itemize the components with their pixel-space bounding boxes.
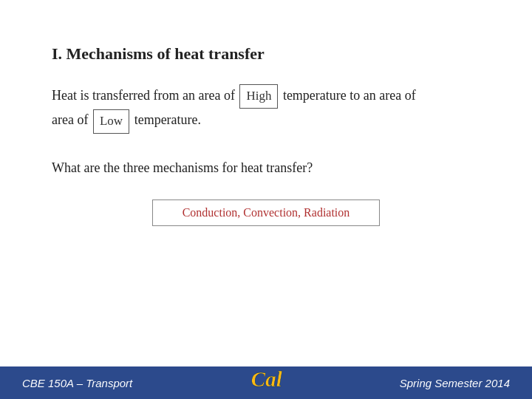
answer-box: Conduction, Convection, Radiation xyxy=(152,200,381,226)
answer-box-container: Conduction, Convection, Radiation xyxy=(52,200,480,226)
area-of-label: area of xyxy=(52,112,92,127)
low-temperature-box: Low xyxy=(93,109,129,134)
svg-text:Cal: Cal xyxy=(251,367,283,391)
heat-text-middle: temperature to an area of xyxy=(283,88,416,103)
heat-text-after: temperature. xyxy=(134,112,201,127)
heat-text-before: Heat is transferred from an area of xyxy=(52,88,235,103)
footer: CBE 150A – Transport Cal Spring Semester… xyxy=(0,366,532,399)
cal-logo: Cal xyxy=(248,364,284,398)
high-temperature-box: High xyxy=(239,84,278,109)
main-content: I. Mechanisms of heat transfer Heat is t… xyxy=(0,0,532,241)
section-title: I. Mechanisms of heat transfer xyxy=(52,44,480,64)
footer-left-label: CBE 150A – Transport xyxy=(22,377,132,389)
question-text: What are the three mechanisms for heat t… xyxy=(52,160,480,176)
footer-right-label: Spring Semester 2014 xyxy=(400,377,510,389)
heat-transfer-paragraph: Heat is transferred from an area of High… xyxy=(52,84,480,134)
